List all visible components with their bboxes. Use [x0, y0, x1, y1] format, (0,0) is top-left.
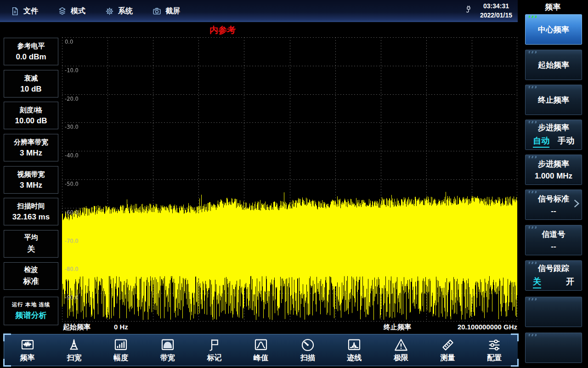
softkey-slash-decoration — [529, 156, 537, 158]
menu-item-screenshot[interactable]: 截屏 — [152, 6, 180, 16]
start-frequency-value: 0 Hz — [114, 323, 128, 331]
top-menu: 文件 模式 系统 — [0, 0, 518, 22]
toggle-option-auto[interactable]: 自动 — [533, 135, 549, 148]
softkey-slash-decoration — [529, 51, 537, 53]
chevron-right-icon — [572, 198, 581, 212]
stop-frequency-value: 20.100000000 GHz — [458, 323, 517, 331]
toolbar-item-amplitude[interactable]: 幅度 — [97, 334, 144, 366]
topbar-status-area: 03:34:31 2022/01/15 — [464, 0, 512, 22]
toggle-option-manual[interactable]: 手动 — [558, 135, 574, 148]
toggle-option-off[interactable]: 关 — [533, 276, 541, 288]
toolbar-corner-bracket — [3, 334, 11, 341]
y-axis-tick-label: -30.0 — [65, 124, 79, 130]
toolbar-item-span[interactable]: 扫宽 — [51, 334, 98, 366]
softkey-step-frequency-mode[interactable]: 步进频率 自动 手动 — [525, 120, 582, 150]
readout-vbw: 视频带宽 3 MHz — [4, 166, 58, 194]
menu-item-label: 文件 — [23, 6, 38, 16]
layers-icon — [57, 6, 67, 16]
gear-icon — [105, 6, 114, 16]
y-axis-tick-label: 0.0 — [65, 39, 73, 45]
softkey-slash-decoration — [529, 298, 537, 300]
softkey-center-frequency[interactable]: 中心频率 — [525, 14, 582, 45]
toolbar-item-marker[interactable]: 标记 — [191, 334, 238, 366]
readout-sweep-time: 扫描时间 32.163 ms — [4, 198, 58, 225]
y-axis-tick-label: -40.0 — [65, 152, 79, 159]
stop-frequency-label: 终止频率 — [384, 323, 411, 332]
softkey-slash-decoration — [529, 86, 537, 88]
y-axis-tick-label: -80.0 — [65, 266, 79, 272]
softkey-blank-2[interactable] — [525, 333, 582, 363]
softkey-slash-decoration — [529, 334, 537, 336]
clock-display: 03:34:31 2022/01/15 — [480, 2, 512, 20]
toolbar-item-bandwidth[interactable]: 带宽 — [144, 334, 191, 366]
readout-detector: 检波 标准 — [4, 262, 58, 290]
frequency-status-row: 起始频率 0 Hz 终止频率 20.100000000 GHz — [62, 323, 517, 333]
toolbar-item-sweep[interactable]: 扫描 — [284, 334, 331, 366]
menu-item-label: 模式 — [71, 6, 85, 16]
camera-icon — [152, 6, 162, 16]
file-icon — [10, 6, 20, 16]
softkey-stop-frequency[interactable]: 终止频率 — [525, 85, 582, 115]
main-function-toolbar: 频率 扫宽 幅度 带宽 — [4, 334, 518, 366]
menu-item-label: 截屏 — [165, 6, 180, 16]
time-text: 03:34:31 — [480, 2, 512, 11]
softkey-step-frequency-value[interactable]: 步进频率 1.000 MHz — [525, 155, 582, 185]
y-axis-tick-label: -90.0 — [65, 294, 79, 301]
top-menu-bar: 文件 模式 系统 — [0, 0, 518, 22]
y-axis-tick-label: -20.0 — [65, 96, 79, 102]
peak-curve-icon — [253, 337, 269, 353]
toolbar-corner-bracket — [511, 334, 519, 341]
measure-ruler-icon — [440, 337, 456, 353]
toggle-option-on[interactable]: 开 — [566, 276, 574, 288]
readout-ref-level: 参考电平 0.0 dBm — [4, 38, 58, 65]
softkey-slash-decoration — [529, 226, 537, 229]
toolbar-corner-bracket — [511, 359, 519, 367]
usb-plug-icon — [464, 4, 474, 18]
reference-annunciator: 内参考 — [209, 24, 236, 36]
toolbar-item-frequency[interactable]: 频率 — [4, 334, 51, 366]
toolbar-item-limit[interactable]: 极限 — [378, 334, 424, 366]
config-sliders-icon — [486, 337, 502, 353]
bandwidth-hump-icon — [160, 337, 175, 353]
softkey-slash-decoration — [529, 121, 537, 123]
y-axis-tick-label: -60.0 — [65, 209, 79, 216]
softkey-slash-decoration — [529, 262, 537, 264]
softkey-slash-decoration — [529, 191, 537, 193]
softkey-panel-title: 频率 — [518, 0, 588, 12]
limit-warning-icon — [393, 337, 409, 353]
softkey-start-frequency[interactable]: 起始频率 — [525, 50, 582, 80]
menu-item-label: 系统 — [118, 6, 133, 16]
trace-spectrum-icon — [346, 337, 362, 353]
menu-item-file[interactable]: 文件 — [10, 6, 38, 16]
y-axis-tick-label: -70.0 — [65, 238, 79, 244]
sweep-dial-icon — [300, 337, 316, 353]
softkey-channel-number[interactable]: 信道号 -- — [525, 225, 582, 255]
softkey-blank-1[interactable] — [525, 297, 582, 327]
start-frequency-label: 起始频率 — [63, 323, 90, 332]
instrument-status-box: 运行 本地 连续 频谱分析 — [4, 297, 58, 325]
amplitude-bars-icon — [113, 337, 129, 353]
readout-rbw: 分辨率带宽 3 MHz — [4, 134, 58, 161]
softkey-slash-decoration — [529, 16, 537, 18]
date-text: 2022/01/15 — [480, 11, 512, 20]
y-axis-tick-label: -50.0 — [65, 181, 79, 187]
toolbar-corner-bracket — [3, 359, 11, 367]
freq-wave-icon — [20, 337, 35, 353]
readout-scale-per-div: 刻度/格 10.00 dB — [4, 102, 58, 129]
softkey-signal-tracking[interactable]: 信号跟踪 关 开 — [525, 260, 582, 291]
spectrum-display: 0.0-10.0-20.0-30.0-40.0-50.0-60.0-70.0-8… — [62, 37, 517, 322]
y-axis-tick-label: -10.0 — [65, 67, 79, 74]
menu-item-mode[interactable]: 模式 — [57, 6, 85, 16]
marker-flag-icon — [206, 337, 222, 353]
toolbar-item-trace[interactable]: 迹线 — [331, 334, 378, 366]
readout-attenuation: 衰减 10 dB — [4, 70, 58, 98]
menu-item-system[interactable]: 系统 — [105, 6, 133, 16]
softkey-panel: 频率 中心频率 起始频率 终止频率 步进频率 自动 手动 步进频率 1.000 … — [518, 0, 588, 368]
toolbar-item-peak[interactable]: 峰值 — [237, 334, 284, 366]
span-tower-icon — [66, 337, 82, 353]
readout-average: 平均 关 — [4, 230, 58, 258]
softkey-signal-standard[interactable]: 信号标准 -- — [525, 190, 582, 220]
spectrum-trace-canvas — [62, 37, 517, 322]
toolbar-item-measure[interactable]: 测量 — [424, 334, 471, 366]
